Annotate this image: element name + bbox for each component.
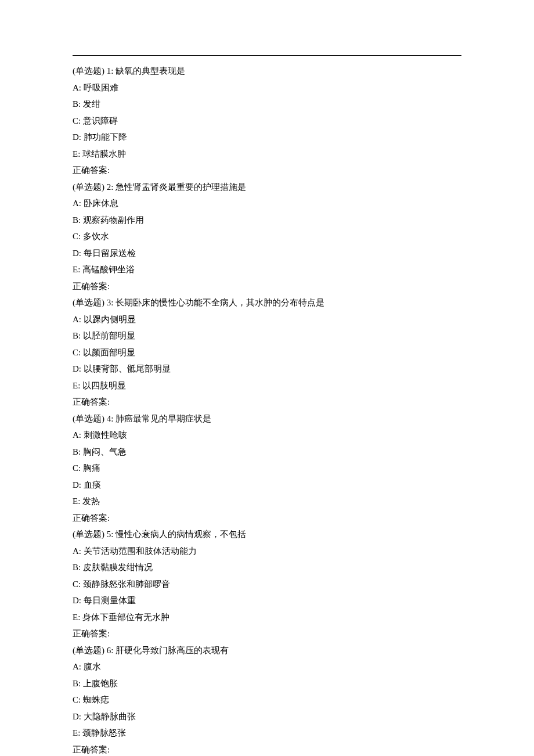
option-key: E: [73,149,80,159]
option-line: C: 以颜面部明显 [73,344,461,361]
question-stem: (单选题) 2: 急性肾盂肾炎最重要的护理措施是 [73,179,461,196]
option-line: A: 刺激性呛咳 [73,427,461,444]
question-type: (单选题) [73,414,104,423]
option-key: A: [73,83,81,92]
answer-label: 正确答案: [73,625,461,642]
option-line: D: 肺功能下降 [73,129,461,146]
option-text: 球结膜水肿 [82,149,126,159]
option-text: 以四肢明显 [82,381,126,390]
question-number: 6: [107,646,114,655]
option-line: A: 关节活动范围和肢体活动能力 [73,543,461,560]
option-line: E: 身体下垂部位有无水肿 [73,609,461,626]
option-key: D: [73,596,81,605]
option-line: D: 大隐静脉曲张 [73,708,461,725]
option-line: D: 以腰背部、骶尾部明显 [73,361,461,377]
option-text: 胸痛 [83,463,100,473]
option-line: A: 卧床休息 [73,195,461,212]
option-line: E: 高锰酸钾坐浴 [73,261,461,278]
question-type: (单选题) [73,646,104,655]
question-list: (单选题) 1: 缺氧的典型表现是A: 呼吸困难B: 发绀C: 意识障碍D: 肺… [73,63,461,756]
question-stem: (单选题) 3: 长期卧床的慢性心功能不全病人，其水肿的分布特点是 [73,294,461,311]
option-text: 观察药物副作用 [83,215,144,225]
option-key: C: [73,579,81,589]
option-key: E: [73,381,80,390]
option-text: 每日留尿送检 [84,249,136,258]
question-number: 5: [107,530,114,539]
answer-label: 正确答案: [73,394,461,411]
option-text: 以腰背部、骶尾部明显 [84,364,171,373]
option-text: 意识障碍 [83,116,118,125]
question-text: 急性肾盂肾炎最重要的护理措施是 [116,182,246,192]
option-line: D: 每日留尿送检 [73,245,461,262]
option-key: B: [73,563,81,572]
option-key: D: [73,712,81,721]
option-text: 胸闷、气急 [83,447,127,456]
option-key: C: [73,116,81,125]
question-stem: (单选题) 4: 肺癌最常见的早期症状是 [73,411,461,427]
question-stem: (单选题) 1: 缺氧的典型表现是 [73,63,461,80]
option-key: D: [73,480,81,489]
option-key: A: [73,662,81,671]
option-line: B: 胸闷、气急 [73,444,461,460]
horizontal-rule [73,55,461,56]
option-key: C: [73,348,81,357]
option-key: C: [73,232,81,241]
answer-label: 正确答案: [73,162,461,179]
question-number: 4: [107,414,114,423]
option-text: 身体下垂部位有无水肿 [82,613,169,622]
option-key: C: [73,695,81,704]
option-line: C: 蜘蛛痣 [73,692,461,708]
option-line: B: 以胫前部明显 [73,327,461,344]
option-line: A: 呼吸困难 [73,80,461,96]
question-number: 3: [107,298,114,307]
option-key: A: [73,430,81,440]
option-key: B: [73,679,81,688]
option-line: C: 颈静脉怒张和肺部啰音 [73,576,461,593]
option-line: C: 意识障碍 [73,113,461,129]
option-key: E: [73,496,80,506]
option-text: 皮肤黏膜发绀情况 [83,563,153,572]
option-key: E: [73,613,80,622]
option-line: C: 多饮水 [73,228,461,245]
option-text: 发热 [82,496,100,506]
option-line: E: 颈静脉怒张 [73,725,461,741]
option-key: A: [73,546,81,556]
option-text: 肺功能下降 [84,132,127,142]
option-key: D: [73,249,81,258]
answer-label: 正确答案: [73,510,461,527]
option-text: 血痰 [84,480,101,489]
question-stem: (单选题) 5: 慢性心衰病人的病情观察，不包括 [73,526,461,543]
option-key: B: [73,215,81,225]
option-text: 颈静脉怒张 [82,728,126,737]
option-key: A: [73,199,81,208]
option-key: D: [73,132,81,142]
option-key: B: [73,99,81,109]
option-key: A: [73,315,81,324]
option-text: 蜘蛛痣 [83,695,109,704]
option-line: B: 发绀 [73,96,461,113]
option-text: 腹水 [84,662,101,671]
option-line: B: 上腹饱胀 [73,675,461,692]
question-type: (单选题) [73,298,104,307]
option-text: 以颜面部明显 [83,348,135,357]
question-text: 肺癌最常见的早期症状是 [116,414,211,423]
option-line: E: 球结膜水肿 [73,146,461,163]
option-text: 刺激性呛咳 [84,430,127,440]
option-text: 高锰酸钾坐浴 [82,265,135,274]
question-number: 2: [107,182,114,192]
option-text: 颈静脉怒张和肺部啰音 [83,579,170,589]
option-text: 发绀 [83,99,100,109]
option-text: 以踝内侧明显 [84,315,136,324]
question-number: 1: [107,66,114,75]
question-type: (单选题) [73,182,104,192]
option-key: E: [73,265,80,274]
question-stem: (单选题) 6: 肝硬化导致门脉高压的表现有 [73,642,461,659]
option-line: E: 发热 [73,493,461,510]
option-key: D: [73,364,81,373]
option-line: C: 胸痛 [73,460,461,477]
option-text: 上腹饱胀 [83,679,118,688]
option-key: B: [73,447,81,456]
option-text: 关节活动范围和肢体活动能力 [84,546,197,556]
option-text: 以胫前部明显 [83,331,135,340]
question-type: (单选题) [73,530,104,539]
